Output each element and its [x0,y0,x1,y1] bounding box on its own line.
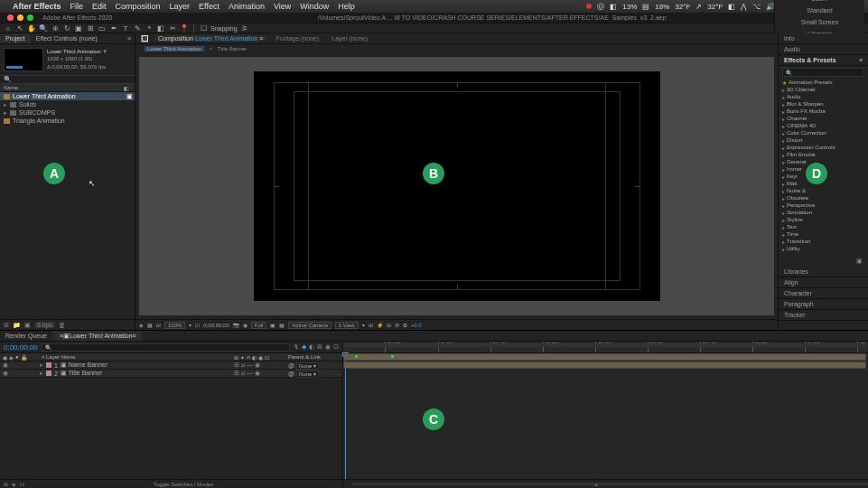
camera-tool-icon[interactable]: ▣ [74,23,83,33]
panel-align[interactable]: Align [779,277,868,288]
panel-libraries[interactable]: Libraries [779,267,868,277]
pixel-aspect-icon[interactable]: ⊞ [369,322,373,328]
tab-timeline-comp[interactable]: × ▣ Lower Third Animation ≡ [52,331,142,341]
effect-category[interactable]: Audio [782,93,864,100]
layer-bar[interactable] [343,353,866,361]
flowchart-icon[interactable]: ▼ [102,49,107,54]
menu-file[interactable]: File [70,2,84,11]
close-tab-icon[interactable]: × [60,333,63,339]
wifi-icon[interactable]: ⋀ [741,3,747,11]
record-icon[interactable] [586,4,592,9]
time-ruler[interactable]: 00;12f 01;00f 01;12f 02;00f 02;12f 03;00… [343,342,868,353]
disclosure-icon[interactable]: ▸ [4,109,7,117]
home-icon[interactable]: ⌂ [4,23,13,33]
column-type-icon[interactable]: ◧ [124,85,129,91]
orbit-tool-icon[interactable]: ⊕ [51,23,60,33]
menu-effect[interactable]: Effect [199,2,219,11]
project-thumbnail[interactable] [4,48,43,71]
workspace-learn[interactable]: Learn [808,0,832,2]
disclosure-icon[interactable]: ▸ [4,101,7,108]
toggle-switches-button[interactable]: Toggle Switches / Modes [28,482,339,487]
mag-opts-icon[interactable]: ◈ [139,322,144,328]
menu-window[interactable]: Window [300,2,329,11]
traffic-max[interactable] [27,14,33,21]
col-parent[interactable]: Parent & Link [288,354,342,360]
fast-prev-icon[interactable]: ⚡ [377,322,383,328]
menu-help[interactable]: Help [338,2,355,11]
motion-blur-icon[interactable]: ◉ [325,343,331,351]
tab-effect-controls[interactable]: Effect Controls (none) [31,33,103,43]
graph-editor-icon[interactable]: ⊡ [333,343,339,351]
zoom-handle-icon[interactable]: ▲ [593,482,599,487]
switch-icon[interactable]: ◉ [255,361,260,369]
zoom-tool-icon[interactable]: 🔍 [39,23,48,33]
tl-opts-icon[interactable]: ⊡ [20,481,24,487]
tab-composition[interactable]: Composition Lower Third Animation ≡ [154,35,266,42]
panel-paragraph[interactable]: Paragraph [779,299,868,310]
panel-tracker[interactable]: Tracker [779,310,868,321]
render-icon[interactable]: ✿ [403,322,407,328]
show-snapshot-icon[interactable]: ◉ [243,322,247,328]
snap-icon[interactable]: ⊞ [156,322,161,328]
layer-name[interactable]: ▣ Title Banner [61,370,102,377]
column-name[interactable]: Name [4,85,18,90]
grid-icon[interactable]: ▦ [147,322,153,328]
col-layer-name[interactable]: # Layer Name [40,354,234,360]
layer-name[interactable]: ▣ Name Banner [61,361,107,369]
transparency-icon[interactable]: ▦ [279,322,285,328]
project-item-folder[interactable]: ▸SUBCOMPS [0,108,135,117]
anchor-tool-icon[interactable]: ⊞ [86,23,95,33]
switch-icon[interactable]: ⧄ [241,370,245,377]
channel-icon[interactable]: ⊡ [195,322,200,328]
zoom-dropdown[interactable]: 100% [164,322,185,329]
pickwhip-icon[interactable]: @ [288,371,294,377]
effect-category[interactable]: Stylize [782,216,864,223]
timeline-layer[interactable]: ◉ ▸2▣ Title Banner ⊞⧄—◉ @ None ▾ [0,370,342,378]
menu-composition[interactable]: Composition [116,2,161,11]
composition-viewer[interactable] [139,57,774,315]
playhead[interactable] [345,353,346,479]
crumb-root[interactable]: Lower Third Animation [145,46,204,52]
eraser-tool-icon[interactable]: ◧ [156,23,165,33]
effect-category[interactable]: Distort [782,136,864,144]
switch-icon[interactable]: ◉ [255,370,260,377]
res-auto-icon[interactable]: ▾ [189,322,191,328]
hand-tool-icon[interactable]: ✋ [27,23,36,33]
timeline-icon[interactable]: ⊞ [387,322,391,328]
effects-bin-icon[interactable]: ▣ [779,256,868,267]
effect-category[interactable]: Noise & [782,187,864,194]
crumb-child[interactable]: Title Banner [218,46,247,52]
flowchart-icon[interactable]: ⚙ [395,322,399,328]
clone-tool-icon[interactable]: ⌖ [145,23,154,33]
layer-bar[interactable] [343,361,866,369]
project-item-comp[interactable]: Lower Third Animation▣ [0,92,135,100]
disclosure-icon[interactable]: ▸ [40,370,43,377]
panel-character[interactable]: Character [779,288,868,299]
views-dropdown[interactable]: 1 View [335,322,359,329]
switch-icon[interactable]: — [247,361,253,369]
exposure-value[interactable]: +0.0 [411,323,422,328]
pen-tool-icon[interactable]: ✒ [109,23,118,33]
menu-app[interactable]: After Effects [13,2,61,11]
panel-menu-icon[interactable]: ≡ [133,333,136,339]
shy-icon[interactable]: ◐ [309,343,314,351]
workspace-standard[interactable]: Standard [803,7,835,14]
effect-category[interactable]: Animation Presets [782,79,864,86]
project-item-folder[interactable]: ▸Solids [0,100,135,108]
panel-info[interactable]: Info [779,33,868,44]
panel-menu-icon[interactable]: ≡ [859,57,863,63]
menu-edit[interactable]: Edit [92,2,107,11]
effect-category[interactable]: Text [782,223,864,230]
time-display[interactable]: 0;00;00;00 [203,323,229,328]
type-tool-icon[interactable]: T [121,23,130,33]
keyframe-icon[interactable] [355,355,358,358]
switch-icon[interactable]: — [247,370,253,377]
tb-icon[interactable]: ◧ [728,3,735,11]
menu-animation[interactable]: Animation [229,2,265,11]
layer-color[interactable] [46,371,51,376]
rect-tool-icon[interactable]: ▭ [98,23,107,33]
timeline-zoom-scrollbar[interactable]: ▲ [343,479,868,488]
effect-category[interactable]: Perspective [782,202,864,209]
new-folder-icon[interactable]: 📁 [13,322,21,329]
timeline-search-input[interactable]: 🔍 [42,343,290,352]
